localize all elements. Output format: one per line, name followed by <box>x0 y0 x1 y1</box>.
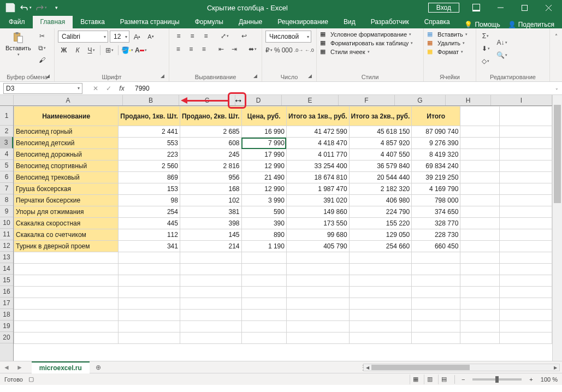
tab-view[interactable]: Вид <box>336 16 363 28</box>
sheet-tab[interactable]: microexcel.ru <box>32 361 90 373</box>
row-header-2[interactable]: 2 <box>0 126 13 137</box>
hscroll-thumb[interactable] <box>371 365 470 370</box>
cell[interactable]: 890 <box>241 229 286 241</box>
borders-icon[interactable]: ⊞▾ <box>103 45 115 56</box>
header-total1[interactable]: Итого за 1кв., руб. <box>286 106 349 126</box>
cell[interactable]: 2 560 <box>119 161 180 172</box>
cell[interactable]: 173 550 <box>286 218 349 229</box>
page-break-view-icon[interactable]: ▤ <box>438 375 450 384</box>
insert-cells-button[interactable]: ▦ Вставить▾ <box>427 31 472 38</box>
increase-decimal-icon[interactable]: .0→ <box>294 45 304 56</box>
cell[interactable]: 4 011 770 <box>286 149 349 161</box>
cell[interactable]: 608 <box>180 138 241 149</box>
cell[interactable]: 228 730 <box>412 229 460 241</box>
cell-styles-button[interactable]: ▦ Стили ячеек▾ <box>320 48 420 55</box>
format-cells-button[interactable]: ▦ Формат▾ <box>427 48 472 55</box>
copy-icon[interactable]: ⧉▾ <box>36 43 48 54</box>
qat-customize-icon[interactable]: ▾ <box>50 2 62 14</box>
font-launcher-icon[interactable]: ◢ <box>161 73 167 80</box>
tab-help[interactable]: Справка <box>417 16 458 28</box>
cell[interactable]: Велосипед детский <box>14 138 119 149</box>
cell[interactable]: Скакалка со счетчиком <box>14 229 119 241</box>
tab-home[interactable]: Главная <box>33 16 73 28</box>
cell[interactable]: 390 <box>241 218 286 229</box>
cell[interactable]: 39 219 250 <box>412 172 460 183</box>
zoom-out-icon[interactable]: − <box>459 376 467 383</box>
col-header-B[interactable]: B <box>123 95 179 105</box>
number-format-combo[interactable]: Числовой <box>265 31 311 43</box>
tab-layout[interactable]: Разметка страницы <box>113 16 187 28</box>
tell-me-button[interactable]: 💡Помощь <box>464 21 500 28</box>
cell[interactable]: 2 182 320 <box>349 183 412 195</box>
comma-icon[interactable]: 000 <box>282 45 293 56</box>
font-color-icon[interactable]: A▾ <box>135 45 147 56</box>
cell[interactable]: 33 254 400 <box>286 161 349 172</box>
row-header-19[interactable]: 19 <box>0 320 13 332</box>
cell[interactable]: 17 990 <box>241 149 286 161</box>
cell[interactable]: 2 816 <box>180 161 241 172</box>
cell[interactable]: Скакалка скоростная <box>14 218 119 229</box>
cell[interactable]: 112 <box>119 229 180 241</box>
cell[interactable]: 328 770 <box>412 218 460 229</box>
tab-insert[interactable]: Вставка <box>73 16 113 28</box>
sort-filter-icon[interactable]: A↓▾ <box>494 37 510 48</box>
cell[interactable]: 2 685 <box>180 126 241 138</box>
col-header-G[interactable]: G <box>395 95 446 105</box>
align-right-icon[interactable]: ≡ <box>198 44 210 55</box>
header-sold1[interactable]: Продано, 1кв. Шт. <box>119 106 180 126</box>
align-center-icon[interactable]: ≡ <box>186 44 197 55</box>
decrease-decimal-icon[interactable]: ←.0 <box>305 45 314 56</box>
row-header-14[interactable]: 14 <box>0 263 13 275</box>
currency-icon[interactable]: ₽▾ <box>265 45 273 56</box>
cell[interactable]: 87 090 740 <box>412 126 460 138</box>
fill-icon[interactable]: ⬇▾ <box>480 43 492 54</box>
cell[interactable]: Упоры для отжимания <box>14 206 119 218</box>
add-sheet-icon[interactable]: ⊕ <box>93 362 104 373</box>
cell[interactable]: 149 860 <box>286 206 349 218</box>
row-header-3[interactable]: 3 <box>0 137 13 149</box>
cell[interactable]: 3 990 <box>241 195 286 206</box>
col-header-I[interactable]: I <box>491 95 552 105</box>
cell[interactable]: 374 650 <box>412 206 460 218</box>
cell[interactable]: 129 050 <box>349 229 412 241</box>
header-name[interactable]: Наименование <box>14 106 119 126</box>
col-header-C[interactable]: C <box>179 95 235 105</box>
cell[interactable]: 660 450 <box>412 241 460 252</box>
tab-formulas[interactable]: Формулы <box>187 16 231 28</box>
cell[interactable]: 398 <box>180 218 241 229</box>
tab-data[interactable]: Данные <box>231 16 270 28</box>
cell[interactable]: Турник в дверной проем <box>14 241 119 252</box>
autosum-icon[interactable]: Σ▾ <box>480 31 492 41</box>
cell[interactable]: 12 990 <box>241 183 286 195</box>
cell[interactable]: 869 <box>119 172 180 183</box>
vertical-scrollbar[interactable] <box>552 95 562 361</box>
paste-button[interactable]: Вставить ▾ <box>3 31 33 58</box>
cells-area[interactable]: Наименование Продано, 1кв. Шт. Продано, … <box>14 106 552 361</box>
cell[interactable]: 8 419 320 <box>412 149 460 161</box>
font-size-combo[interactable]: 12 <box>110 31 129 43</box>
maximize-icon[interactable] <box>513 0 536 15</box>
header-sold2[interactable]: Продано, 2кв. Шт. <box>180 106 241 126</box>
clear-icon[interactable]: ◇▾ <box>480 56 492 67</box>
cell[interactable]: 18 674 810 <box>286 172 349 183</box>
header-total2[interactable]: Итого за 2кв., руб. <box>349 106 412 126</box>
enter-formula-icon[interactable]: ✓ <box>104 85 113 92</box>
wrap-text-icon[interactable]: ↩ <box>238 31 250 41</box>
decrease-font-icon[interactable]: A▾ <box>145 31 157 42</box>
cell[interactable]: 7 990 <box>241 138 286 149</box>
ribbon-display-icon[interactable] <box>465 0 488 15</box>
cell[interactable]: 16 990 <box>241 126 286 138</box>
cell[interactable]: 99 680 <box>286 229 349 241</box>
signin-button[interactable]: Вход <box>428 3 459 13</box>
cell[interactable]: 9 276 390 <box>412 138 460 149</box>
tab-file[interactable]: Файл <box>1 16 33 28</box>
italic-button[interactable]: К <box>72 45 84 56</box>
cell[interactable]: Перчатки боксерские <box>14 195 119 206</box>
cell[interactable]: 4 169 790 <box>412 183 460 195</box>
redo-icon[interactable]: ▾ <box>35 2 47 14</box>
cell[interactable]: 214 <box>180 241 241 252</box>
row-header-16[interactable]: 16 <box>0 286 13 298</box>
align-middle-icon[interactable]: ≡ <box>186 31 198 41</box>
increase-indent-icon[interactable]: ⇥ <box>229 44 240 55</box>
cell[interactable]: 254 660 <box>349 241 412 252</box>
